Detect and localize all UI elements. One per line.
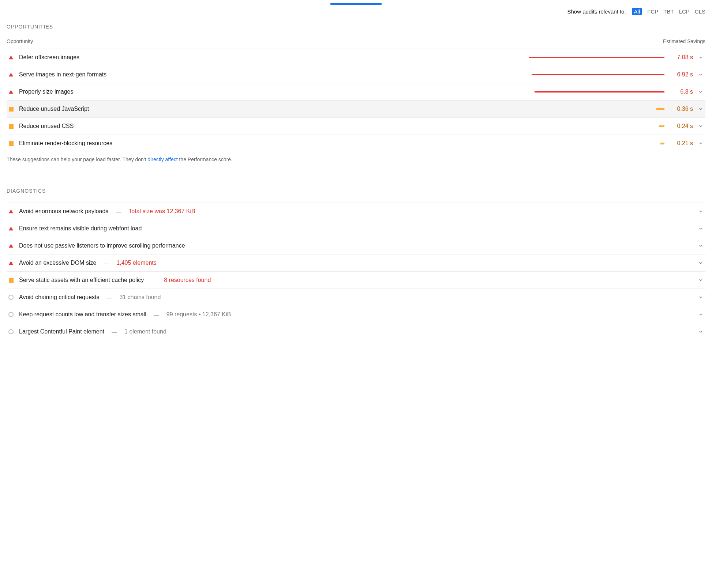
diagnostic-row[interactable]: Serve static assets with an efficient ca… [7, 271, 705, 289]
diagnostic-detail: 8 resources found [164, 277, 211, 283]
opportunity-title: Serve images in next-gen formats [19, 71, 106, 78]
diagnostic-title: Largest Contentful Paint element [19, 328, 104, 335]
opportunity-title: Reduce unused CSS [19, 123, 74, 129]
average-square-icon [8, 123, 14, 129]
diagnostic-row[interactable]: Ensure text remains visible during webfo… [7, 220, 705, 237]
filter-label: Show audits relevant to: [567, 8, 626, 15]
diagnostic-row[interactable]: Does not use passive listeners to improv… [7, 237, 705, 254]
separator: — [104, 260, 109, 266]
opportunity-col-header: Opportunity [7, 38, 33, 44]
audit-filter-bar: Show audits relevant to: AllFCPTBTLCPCLS [7, 8, 705, 15]
opportunity-title: Defer offscreen images [19, 54, 79, 61]
fail-triangle-icon [8, 243, 14, 249]
savings-value: 0.36 s [670, 106, 693, 112]
opportunity-title: Properly size images [19, 88, 74, 95]
chevron-down-icon [698, 209, 704, 214]
opportunities-heading: OPPORTUNITIES [7, 24, 705, 30]
savings-value: 6.8 s [670, 88, 693, 95]
fail-triangle-icon [8, 72, 14, 78]
separator: — [116, 208, 121, 215]
chevron-down-icon [698, 72, 704, 77]
diagnostic-title: Ensure text remains visible during webfo… [19, 225, 142, 232]
separator: — [151, 277, 157, 283]
filter-chip-fcp[interactable]: FCP [647, 8, 658, 15]
savings-bar [529, 57, 664, 58]
chevron-down-icon [698, 124, 704, 129]
opportunity-title: Eliminate render-blocking resources [19, 140, 112, 147]
chevron-down-icon [698, 106, 704, 112]
filter-chip-all[interactable]: All [632, 8, 642, 15]
fail-triangle-icon [8, 89, 14, 95]
fail-triangle-icon [8, 54, 14, 60]
savings-value: 6.92 s [670, 71, 693, 78]
diagnostic-detail: 31 chains found [119, 294, 161, 301]
diagnostic-title: Does not use passive listeners to improv… [19, 242, 185, 249]
diagnostics-heading: DIAGNOSTICS [7, 188, 705, 194]
opportunities-note: These suggestions can help your page loa… [7, 152, 705, 162]
opportunity-title: Reduce unused JavaScript [19, 106, 89, 112]
diagnostic-row[interactable]: Avoid enormous network payloads—Total si… [7, 203, 705, 220]
opportunity-row[interactable]: Defer offscreen images7.08 s [7, 49, 705, 66]
diagnostic-row[interactable]: Avoid an excessive DOM size—1,405 elemen… [7, 254, 705, 271]
chevron-down-icon [698, 260, 704, 265]
top-accent-bar [330, 3, 382, 5]
diagnostic-row[interactable]: Avoid chaining critical requests—31 chai… [7, 289, 705, 306]
savings-bar [529, 108, 664, 110]
chevron-down-icon [698, 141, 704, 146]
info-circle-icon [8, 294, 14, 300]
fail-triangle-icon [8, 208, 14, 214]
diagnostic-title: Keep request counts low and transfer siz… [19, 311, 146, 318]
savings-value: 0.21 s [670, 140, 693, 147]
diagnostic-detail: 1 element found [124, 328, 166, 335]
savings-value: 0.24 s [670, 123, 693, 129]
note-link[interactable]: directly affect [147, 157, 177, 162]
separator: — [106, 294, 112, 301]
diagnostic-detail: 1,405 elements [116, 260, 156, 266]
opportunity-row[interactable]: Reduce unused CSS0.24 s [7, 117, 705, 135]
note-text: These suggestions can help your page loa… [7, 157, 147, 162]
savings-bar [529, 125, 664, 127]
chevron-down-icon [698, 295, 704, 300]
diagnostic-row[interactable]: Largest Contentful Paint element—1 eleme… [7, 323, 705, 340]
filter-chip-tbt[interactable]: TBT [663, 8, 674, 15]
savings-col-header: Estimated Savings [663, 38, 705, 44]
chevron-down-icon [698, 312, 704, 317]
savings-bar [529, 91, 664, 93]
filter-chip-lcp[interactable]: LCP [679, 8, 690, 15]
diagnostic-detail: 99 requests • 12,367 KiB [166, 311, 231, 318]
info-circle-icon [8, 312, 14, 317]
chevron-down-icon [698, 243, 704, 248]
chevron-down-icon [698, 226, 704, 231]
fail-triangle-icon [8, 260, 14, 266]
savings-value: 7.08 s [670, 54, 693, 61]
note-text: the Performance score. [178, 157, 232, 162]
opportunity-row[interactable]: Serve images in next-gen formats6.92 s [7, 66, 705, 83]
separator: — [112, 329, 117, 335]
chevron-down-icon [698, 278, 704, 283]
info-circle-icon [8, 329, 14, 335]
diagnostic-title: Avoid chaining critical requests [19, 294, 99, 301]
average-square-icon [8, 140, 14, 146]
opportunity-row[interactable]: Reduce unused JavaScript0.36 s [7, 100, 705, 117]
diagnostic-row[interactable]: Keep request counts low and transfer siz… [7, 306, 705, 323]
fail-triangle-icon [8, 226, 14, 231]
chevron-down-icon [698, 55, 704, 60]
average-square-icon [8, 277, 14, 283]
chevron-down-icon [698, 329, 704, 334]
savings-bar [529, 143, 664, 144]
diagnostic-detail: Total size was 12,367 KiB [128, 208, 195, 215]
average-square-icon [8, 106, 14, 112]
diagnostic-title: Avoid an excessive DOM size [19, 260, 96, 266]
filter-chip-cls[interactable]: CLS [695, 8, 705, 15]
savings-bar [529, 74, 664, 75]
separator: — [154, 312, 159, 318]
opportunity-row[interactable]: Properly size images6.8 s [7, 83, 705, 100]
diagnostic-title: Avoid enormous network payloads [19, 208, 108, 215]
chevron-down-icon [698, 89, 704, 94]
opportunity-row[interactable]: Eliminate render-blocking resources0.21 … [7, 135, 705, 152]
diagnostic-title: Serve static assets with an efficient ca… [19, 277, 144, 283]
